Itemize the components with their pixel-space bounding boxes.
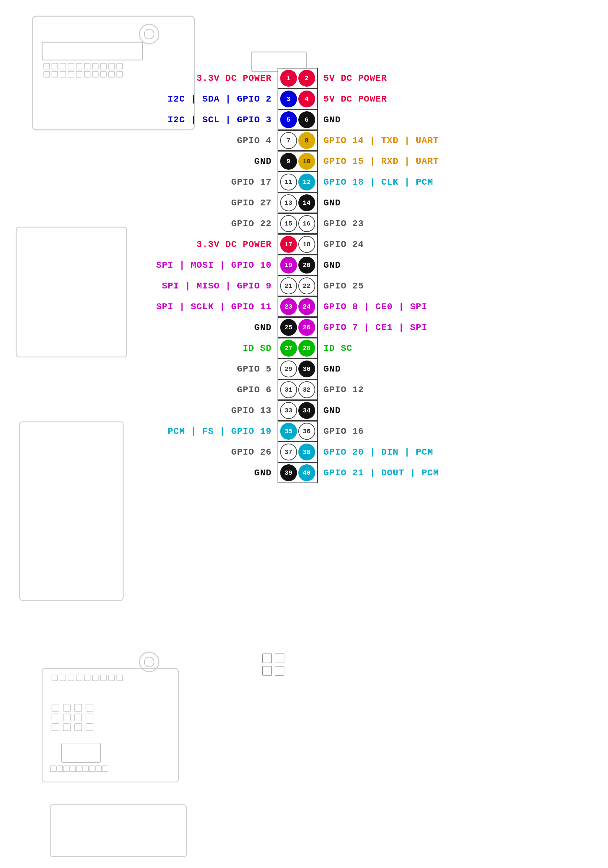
svg-rect-51 <box>76 766 82 772</box>
pin-left: 37 <box>280 443 297 460</box>
pin-pair: 21 22 <box>278 276 318 296</box>
pin-pair: 9 10 <box>278 151 318 172</box>
svg-rect-38 <box>52 714 59 721</box>
gpio-row: PCM | FS | GPIO 19 35 36 GPIO 16 <box>90 421 519 441</box>
svg-rect-63 <box>275 654 284 663</box>
gpio-row: GPIO 13 33 34 GND <box>90 400 519 420</box>
gpio-row: GPIO 17 11 12 GPIO 18 | CLK | PCM <box>90 172 519 192</box>
gpio-row: ID SD 27 28 ID SC <box>90 338 519 358</box>
svg-rect-39 <box>63 714 70 721</box>
pin-right: 34 <box>298 402 315 419</box>
gpio-row: GPIO 5 29 30 GND <box>90 359 519 379</box>
pin-pair: 31 32 <box>278 379 318 400</box>
pin-left: 5 <box>280 111 297 128</box>
right-label: GND <box>318 198 519 208</box>
gpio-row: GPIO 4 7 8 GPIO 14 | TXD | UART <box>90 130 519 150</box>
left-label: GPIO 4 <box>90 136 278 146</box>
pin-right: 8 <box>298 132 315 149</box>
pin-right: 4 <box>298 90 315 107</box>
svg-rect-34 <box>52 704 59 711</box>
left-label: ID SD <box>90 343 278 353</box>
right-label: GPIO 15 | RXD | UART <box>318 157 519 166</box>
svg-rect-29 <box>84 675 90 681</box>
svg-rect-27 <box>68 675 74 681</box>
svg-rect-52 <box>83 766 88 772</box>
gpio-row: GPIO 27 13 14 GND <box>90 193 519 213</box>
right-label: GPIO 12 <box>318 385 519 395</box>
pin-right: 14 <box>298 194 315 211</box>
pin-right: 16 <box>298 215 315 232</box>
pin-left: 21 <box>280 277 297 294</box>
pin-right: 26 <box>298 319 315 336</box>
pin-right: 40 <box>298 464 315 481</box>
right-label: GND <box>318 406 519 416</box>
pin-left: 13 <box>280 194 297 211</box>
pin-left: 33 <box>280 402 297 419</box>
pin-left: 29 <box>280 361 297 377</box>
left-label: GPIO 26 <box>90 447 278 457</box>
pin-left: 23 <box>280 298 297 315</box>
pin-pair: 1 2 <box>278 68 318 88</box>
left-label: GPIO 27 <box>90 198 278 208</box>
pin-pair: 25 26 <box>278 317 318 338</box>
gpio-row: 3.3V DC POWER 1 2 5V DC POWER <box>90 68 519 88</box>
pin-left: 7 <box>280 132 297 149</box>
pin-left: 31 <box>280 381 297 398</box>
svg-rect-41 <box>86 714 93 721</box>
pin-left: 3 <box>280 90 297 107</box>
svg-rect-48 <box>57 766 63 772</box>
pin-pair: 37 38 <box>278 442 318 462</box>
svg-rect-54 <box>96 766 102 772</box>
pin-pair: 5 6 <box>278 109 318 130</box>
pin-pair: 33 34 <box>278 400 318 421</box>
pin-left: 35 <box>280 423 297 440</box>
right-label: GPIO 21 | DOUT | PCM <box>318 468 519 478</box>
svg-rect-24 <box>42 668 178 782</box>
pin-right: 30 <box>298 361 315 377</box>
right-label: GPIO 18 | CLK | PCM <box>318 177 519 187</box>
pin-pair: 15 16 <box>278 213 318 234</box>
gpio-table: 3.3V DC POWER 1 2 5V DC POWER I2C | SDA … <box>0 68 608 484</box>
left-label: SPI | SCLK | GPIO 11 <box>90 302 278 312</box>
right-label: ID SC <box>318 343 519 353</box>
svg-rect-32 <box>108 675 114 681</box>
pin-right: 12 <box>298 174 315 191</box>
svg-rect-64 <box>263 666 272 675</box>
pin-right: 38 <box>298 443 315 460</box>
svg-rect-55 <box>102 766 108 772</box>
svg-rect-45 <box>86 724 93 731</box>
gpio-row: GND 9 10 GPIO 15 | RXD | UART <box>90 151 519 171</box>
gpio-row: 3.3V DC POWER 17 18 GPIO 24 <box>90 234 519 254</box>
left-label: GPIO 5 <box>90 364 278 374</box>
pin-pair: 27 28 <box>278 338 318 358</box>
svg-rect-56 <box>50 805 186 857</box>
svg-point-57 <box>139 24 159 44</box>
left-label: I2C | SCL | GPIO 3 <box>90 115 278 125</box>
pin-pair: 19 20 <box>278 255 318 276</box>
svg-point-61 <box>144 657 154 667</box>
right-label: 5V DC POWER <box>318 73 519 84</box>
right-label: 5V DC POWER <box>318 94 519 104</box>
svg-rect-1 <box>42 42 143 60</box>
left-label: SPI | MOSI | GPIO 10 <box>90 260 278 270</box>
svg-rect-26 <box>60 675 66 681</box>
svg-rect-42 <box>52 724 59 731</box>
gpio-row: GND 39 40 GPIO 21 | DOUT | PCM <box>90 463 519 483</box>
svg-rect-44 <box>74 724 82 731</box>
gpio-row: SPI | SCLK | GPIO 11 23 24 GPIO 8 | CE0 … <box>90 297 519 317</box>
pin-left: 25 <box>280 319 297 336</box>
svg-rect-37 <box>86 704 93 711</box>
right-label: GPIO 16 <box>318 426 519 436</box>
gpio-row: SPI | MOSI | GPIO 10 19 20 GND <box>90 255 519 275</box>
svg-rect-46 <box>62 743 101 763</box>
svg-rect-36 <box>74 704 82 711</box>
pin-right: 10 <box>298 153 315 170</box>
svg-rect-30 <box>93 675 98 681</box>
pin-pair: 13 14 <box>278 192 318 213</box>
pin-right: 32 <box>298 381 315 398</box>
pin-left: 11 <box>280 174 297 191</box>
pin-pair: 23 24 <box>278 296 318 317</box>
gpio-row: SPI | MISO | GPIO 9 21 22 GPIO 25 <box>90 276 519 296</box>
svg-rect-53 <box>89 766 95 772</box>
left-label: GPIO 22 <box>90 219 278 229</box>
